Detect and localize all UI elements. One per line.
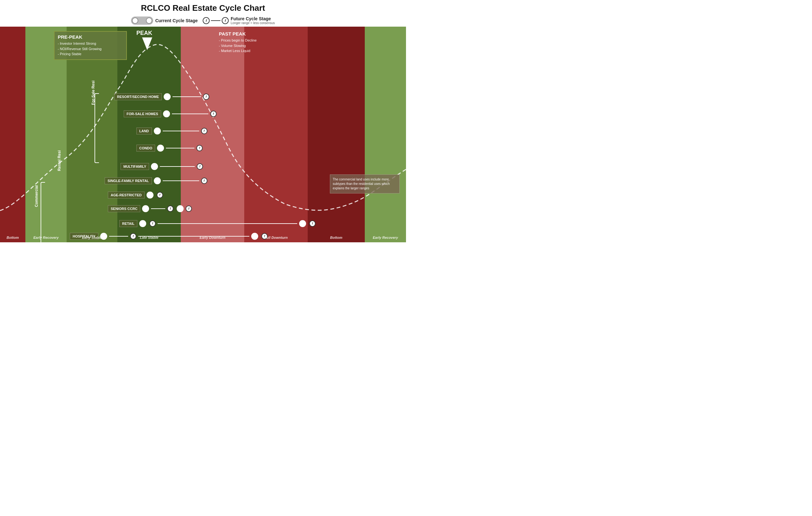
prepeak-line3: - Pricing Stable xyxy=(58,52,82,56)
commercial-note-text: The commercial land uses include more su… xyxy=(333,178,390,190)
prepeak-line1: - Investor Interest Strong xyxy=(58,41,96,45)
commercial-label: Commercial xyxy=(34,185,39,207)
peak-arrow xyxy=(142,37,152,50)
prepeak-title: PRE-PEAK xyxy=(58,34,123,40)
bg-bottom-left xyxy=(0,27,25,242)
pastpeak-line1: - Prices begin to Decline xyxy=(219,38,257,42)
seniors-label: SENIORS CCRC xyxy=(108,205,140,212)
pastpeak-line3: - Market Less Liquid xyxy=(219,49,250,53)
current-cycle-icon xyxy=(131,17,153,25)
prepeak-line2: - NOI/Revenue Still Growing xyxy=(58,47,102,51)
retail-future-f1: f xyxy=(149,221,156,227)
peak-label: PEAK xyxy=(136,30,152,36)
retail-label: RETAIL xyxy=(119,220,137,227)
future-cycle-label: Future Cycle Stage xyxy=(231,16,271,21)
age-future-f: f xyxy=(157,192,163,198)
age-current-dot xyxy=(147,192,153,199)
retail-future-f2: f xyxy=(309,221,316,227)
row-resort: RESORT/SECOND HOME f xyxy=(114,93,209,100)
row-condo: CONDO f xyxy=(136,145,203,152)
f-circle-left: f xyxy=(203,17,210,24)
main-title: RCLCO Real Estate Cycle Chart xyxy=(0,0,406,15)
seniors-future-f2: f xyxy=(185,205,192,212)
rental-label: Rental Resi xyxy=(57,150,61,171)
land-future-f: f xyxy=(201,128,207,134)
row-sfr: SINGLE-FAMILY RENTAL f xyxy=(105,177,207,184)
retail-line xyxy=(157,223,297,224)
row-seniors: SENIORS CCRC f f xyxy=(108,205,192,212)
sfr-line xyxy=(163,180,199,181)
stage-bottom-left: Bottom xyxy=(0,233,25,242)
bg-bottom-right xyxy=(308,27,365,242)
seniors-dot2 xyxy=(177,205,184,212)
condo-line xyxy=(166,148,195,148)
pastpeak-line2: - Volume Slowing xyxy=(219,44,246,48)
land-current-dot xyxy=(154,127,161,135)
seniors-line xyxy=(151,208,165,209)
pastpeak-body: - Prices begin to Decline - Volume Slowi… xyxy=(219,38,295,54)
row-retail: RETAIL f f xyxy=(119,220,316,227)
legend-bar: Current Cycle Stage f f Future Cycle Sta… xyxy=(0,15,406,27)
sfr-current-dot xyxy=(154,177,161,184)
row-land: LAND f xyxy=(136,127,207,135)
current-cycle-label: Current Cycle Stage xyxy=(155,18,198,23)
multifamily-future-f: f xyxy=(197,163,203,170)
seniors-future-f1: f xyxy=(167,205,174,212)
resort-current-dot xyxy=(164,93,171,100)
stage-early-downturn: Early Downturn xyxy=(181,233,244,242)
multifamily-current-dot xyxy=(151,163,158,170)
forsale-line xyxy=(172,114,208,114)
bg-early-recovery-right xyxy=(365,27,406,242)
legend-dot-left xyxy=(132,18,138,24)
land-line xyxy=(163,131,199,131)
for-sale-label: For-Sale Resi xyxy=(91,81,95,105)
chart-area: PRE-PEAK - Investor Interest Strong - NO… xyxy=(0,27,406,242)
condo-current-dot xyxy=(157,145,164,152)
sfr-label: SINGLE-FAMILY RENTAL xyxy=(105,177,152,184)
stage-labels: Bottom Early Recovery Early Stable Late … xyxy=(0,233,406,242)
legend-current: Current Cycle Stage xyxy=(131,17,198,25)
future-cycle-sub: Longer range = less consensus xyxy=(231,21,275,25)
forsale-current-dot xyxy=(163,110,170,117)
resort-label: RESORT/SECOND HOME xyxy=(114,93,162,100)
condo-label: CONDO xyxy=(136,145,155,152)
f-circle-right: f xyxy=(222,17,229,24)
row-age: AGE-RESTRICTED f xyxy=(108,192,163,199)
retail-dot2 xyxy=(299,220,306,227)
age-label: AGE-RESTRICTED xyxy=(108,192,145,199)
forsale-label: FOR-SALE HOMES xyxy=(124,110,161,117)
stage-early-recovery-right: Early Recovery xyxy=(365,233,406,242)
bg-full-downturn xyxy=(244,27,308,242)
retail-current-dot xyxy=(139,220,146,227)
condo-future-f: f xyxy=(196,145,203,151)
resort-line xyxy=(173,96,201,97)
stage-full-downturn: Full Downturn xyxy=(244,233,308,242)
prepeak-box: PRE-PEAK - Investor Interest Strong - NO… xyxy=(54,31,127,60)
stage-late-stable: Late Stable xyxy=(117,233,181,242)
row-multifamily: MULTIFAMILY f xyxy=(120,163,203,170)
seniors-current-dot xyxy=(142,205,149,212)
future-cycle-icon: f f xyxy=(203,17,229,24)
land-label: LAND xyxy=(136,127,152,135)
legend-dot-right xyxy=(146,18,152,24)
resort-future-f: f xyxy=(203,93,209,100)
stage-bottom-right: Bottom xyxy=(308,233,365,242)
stage-early-stable: Early Stable xyxy=(67,233,117,242)
pastpeak-title: PAST PEAK xyxy=(219,31,295,36)
sfr-future-f: f xyxy=(201,178,207,184)
f-line-connector xyxy=(211,20,221,21)
prepeak-body: - Investor Interest Strong - NOI/Revenue… xyxy=(58,41,123,57)
multifamily-line xyxy=(160,166,195,167)
row-forsale: FOR-SALE HOMES f xyxy=(124,110,216,117)
legend-future: f f Future Cycle Stage Longer range = le… xyxy=(203,16,275,25)
forsale-future-f: f xyxy=(210,111,216,117)
multifamily-label: MULTIFAMILY xyxy=(120,163,149,170)
commercial-note: The commercial land uses include more su… xyxy=(330,174,400,194)
pastpeak-box: PAST PEAK - Prices begin to Decline - Vo… xyxy=(219,31,295,54)
stage-early-recovery-left: Early Recovery xyxy=(25,233,67,242)
